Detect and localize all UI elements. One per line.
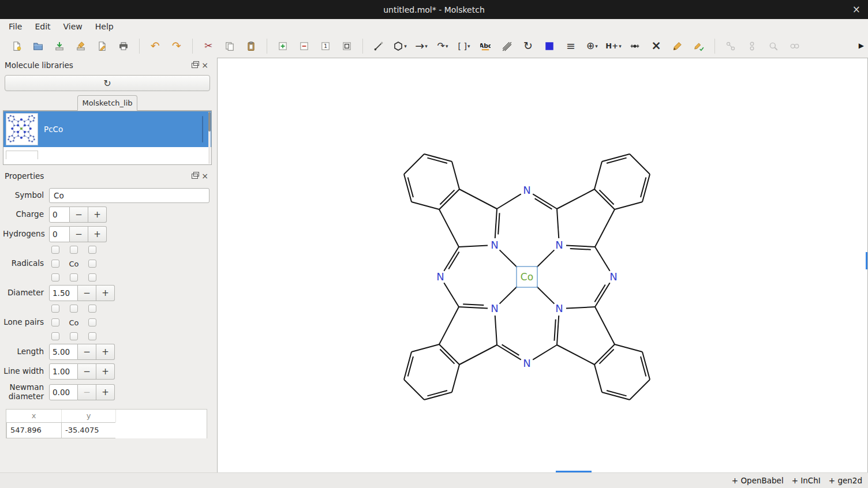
radicals-checkbox-3[interactable]	[88, 246, 96, 254]
atom-label-n[interactable]: N	[491, 302, 498, 314]
library-item-next-partial[interactable]	[3, 151, 211, 165]
molecule-drawing[interactable]: CoNNNNNNNN	[218, 58, 867, 472]
export-file-button[interactable]	[92, 37, 112, 55]
library-item-pcco[interactable]: PcCo	[3, 111, 211, 147]
lone-pairs-checkbox-5[interactable]	[88, 318, 96, 326]
newman-diameter-decrement-button[interactable]: −	[78, 384, 96, 400]
atom-label-n[interactable]: N	[555, 239, 563, 251]
line-width-decrement-button[interactable]: −	[78, 363, 96, 380]
copy-button[interactable]	[220, 37, 240, 55]
menu-view[interactable]: View	[57, 20, 89, 33]
reaction-pen-tool-button[interactable]	[668, 37, 687, 55]
hydrogen-tool-button[interactable]: H+▾	[604, 37, 623, 55]
atom-label-n[interactable]: N	[523, 357, 530, 369]
zoom-reset-button[interactable]: 1	[316, 37, 335, 55]
cut-button[interactable]: ✂	[199, 37, 218, 55]
charge-tool-button[interactable]: ⊕▾	[582, 37, 602, 55]
float-panel-icon[interactable]	[189, 171, 200, 181]
diameter-increment-button[interactable]: +	[96, 285, 115, 301]
diameter-input[interactable]	[49, 285, 78, 301]
zoom-fit-button[interactable]	[337, 37, 357, 55]
close-panel-icon[interactable]: ×	[200, 61, 210, 70]
line-width-increment-button[interactable]: +	[96, 363, 115, 380]
redo-button[interactable]: ↷	[167, 37, 186, 55]
drawing-canvas[interactable]: CoNNNNNNNN	[217, 58, 868, 473]
atom-label-co[interactable]: Co	[521, 271, 533, 283]
lone-pairs-checkbox-7[interactable]	[70, 332, 78, 340]
lone-pairs-checkbox-4[interactable]	[51, 318, 59, 326]
chevron-down-icon[interactable]: ▾	[404, 43, 407, 49]
text-tool-button[interactable]: Abc	[476, 37, 495, 55]
print-button[interactable]	[114, 37, 133, 55]
atom-label-n[interactable]: N	[555, 302, 563, 314]
newman-diameter-input[interactable]	[49, 384, 78, 400]
lone-pairs-checkbox-2[interactable]	[70, 305, 78, 313]
radicals-checkbox-2[interactable]	[70, 246, 78, 254]
close-panel-icon[interactable]: ×	[200, 171, 210, 181]
line-width-tool-button[interactable]: ≡	[561, 37, 581, 55]
ring-tool-button[interactable]: ▾	[390, 37, 410, 55]
tab-molsketch-lib[interactable]: Molsketch_lib	[77, 95, 137, 111]
chevron-down-icon[interactable]: ▾	[595, 43, 598, 49]
chevron-down-icon[interactable]: ▾	[619, 43, 622, 49]
refresh-library-button[interactable]: ↻	[5, 75, 210, 91]
length-increment-button[interactable]: +	[96, 344, 115, 360]
open-file-button[interactable]	[28, 37, 48, 55]
toolbar-overflow-button[interactable]: ▶	[859, 42, 864, 50]
hydrogens-increment-button[interactable]: +	[88, 226, 107, 242]
save-file-button[interactable]	[50, 37, 69, 55]
radicals-checkbox-1[interactable]	[51, 246, 59, 254]
zoom-out-button[interactable]	[294, 37, 314, 55]
newman-diameter-increment-button[interactable]: +	[96, 384, 115, 400]
mechanism-tool-button[interactable]	[497, 37, 517, 55]
charge-input[interactable]	[49, 207, 70, 223]
connect-tool-button[interactable]	[625, 37, 645, 55]
coordinate-x-value[interactable]: 547.896	[6, 422, 62, 438]
hydrogens-decrement-button[interactable]: −	[70, 226, 88, 242]
float-panel-icon[interactable]	[189, 61, 200, 70]
length-decrement-button[interactable]: −	[78, 344, 96, 360]
library-scrollbar-thumb[interactable]	[208, 112, 211, 132]
symbol-input[interactable]	[49, 188, 209, 203]
atom-label-n[interactable]: N	[523, 184, 530, 196]
line-width-input[interactable]	[49, 363, 78, 380]
radicals-checkbox-4[interactable]	[51, 260, 59, 268]
coordinates-table[interactable]: x y 547.896 -35.4075	[6, 409, 207, 438]
chevron-down-icon[interactable]: ▾	[446, 43, 448, 49]
menu-edit[interactable]: Edit	[28, 20, 57, 33]
radicals-checkbox-6[interactable]	[51, 273, 59, 281]
color-picker-button[interactable]	[540, 37, 559, 55]
library-scrollbar[interactable]	[208, 112, 211, 164]
radicals-checkbox-8[interactable]	[88, 273, 96, 281]
save-file-as-button[interactable]	[71, 37, 91, 55]
radicals-checkbox-5[interactable]	[88, 260, 96, 268]
lone-pairs-checkbox-6[interactable]	[51, 332, 59, 340]
lone-pairs-checkbox-1[interactable]	[51, 305, 59, 313]
library-list[interactable]: PcCo	[3, 111, 212, 165]
zoom-in-button[interactable]	[273, 37, 293, 55]
curved-arrow-tool-button[interactable]: ↷▾	[433, 37, 452, 55]
vertical-scrollbar-thumb[interactable]	[866, 252, 867, 269]
annotate-pen-tool-button[interactable]	[689, 37, 709, 55]
charge-increment-button[interactable]: +	[88, 207, 107, 223]
hydrogens-input[interactable]	[49, 226, 70, 242]
atom-label-n[interactable]: N	[609, 271, 617, 283]
coordinate-y-value[interactable]: -35.4075	[61, 422, 116, 438]
charge-decrement-button[interactable]: −	[70, 207, 88, 223]
paste-button[interactable]	[241, 37, 261, 55]
new-file-button[interactable]	[7, 37, 27, 55]
chevron-down-icon[interactable]: ▾	[467, 43, 470, 49]
close-window-button[interactable]: ×	[852, 3, 860, 15]
atom-label-n[interactable]: N	[491, 239, 498, 251]
delete-tool-button[interactable]: ×	[646, 37, 666, 55]
undo-button[interactable]: ↶	[145, 37, 165, 55]
draw-bond-tool-button[interactable]	[369, 37, 388, 55]
diameter-decrement-button[interactable]: −	[78, 285, 96, 301]
menu-help[interactable]: Help	[89, 20, 120, 33]
radicals-checkbox-7[interactable]	[70, 273, 78, 281]
length-input[interactable]	[49, 344, 78, 360]
chevron-down-icon[interactable]: ▾	[425, 43, 428, 49]
lone-pairs-checkbox-3[interactable]	[88, 305, 96, 313]
bracket-tool-button[interactable]: [ ]▾	[454, 37, 474, 55]
rotate-tool-button[interactable]: ↻	[518, 37, 538, 55]
